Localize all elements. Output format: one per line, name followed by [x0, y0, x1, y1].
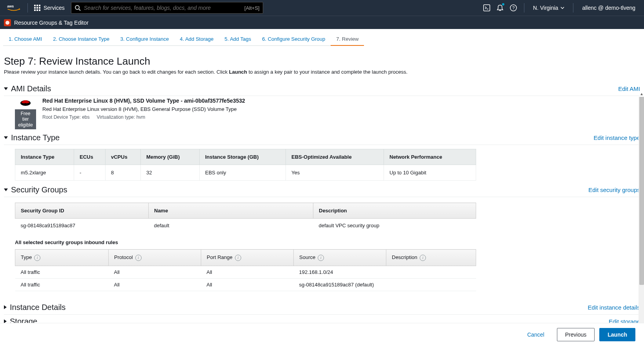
section-instance-details-title: Instance Details — [10, 303, 65, 312]
edit-ami-link[interactable]: Edit AMI — [618, 85, 640, 92]
wizard-steps: 1. Choose AMI 2. Choose Instance Type 3.… — [0, 29, 644, 46]
service-subnav: Resource Groups & Tag Editor — [0, 16, 644, 29]
svg-line-2 — [79, 9, 80, 11]
region-selector[interactable]: N. Virginia — [528, 0, 569, 16]
table-row: All trafficAllAll192.168.1.0/24 — [15, 266, 476, 278]
inbound-rules-table: Typei Protocoli Port Rangei Sourcei Desc… — [15, 249, 476, 291]
svg-point-7 — [5, 21, 9, 25]
svg-text:?: ? — [512, 5, 515, 10]
search-shortcut: [Alt+S] — [244, 5, 260, 11]
section-instance-type-head[interactable]: Instance Type Edit instance type — [4, 131, 640, 145]
free-tier-badge: Free tiereligible — [15, 109, 36, 129]
svg-text:aws: aws — [7, 4, 14, 8]
table-row: m5.2xlarge - 8 32 EBS only Yes Up to 10 … — [15, 165, 476, 181]
chevron-down-icon — [560, 7, 564, 9]
info-icon[interactable]: i — [420, 255, 426, 261]
section-instance-type-title: Instance Type — [11, 133, 60, 142]
edit-instance-type-link[interactable]: Edit instance type — [594, 134, 640, 141]
ami-root-device: Root Device Type: ebs — [42, 114, 90, 120]
cancel-button[interactable]: Cancel — [519, 328, 552, 341]
step-7[interactable]: 7. Review — [331, 33, 364, 46]
section-instance-details-head[interactable]: Instance Details Edit instance details — [4, 301, 640, 314]
step-3[interactable]: 3. Configure Instance — [115, 33, 175, 46]
caret-down-icon — [4, 87, 8, 90]
info-icon[interactable]: i — [318, 255, 324, 261]
step-5[interactable]: 5. Add Tags — [219, 33, 257, 46]
page-description: Please review your instance launch detai… — [4, 69, 640, 75]
cloudshell-icon[interactable] — [480, 0, 493, 16]
ami-details-block: Free tiereligible Red Hat Enterprise Lin… — [4, 96, 640, 131]
edit-instance-details-link[interactable]: Edit instance details — [588, 304, 640, 311]
global-search[interactable]: [Alt+S] — [71, 2, 263, 14]
step-2[interactable]: 2. Choose Instance Type — [47, 33, 115, 46]
info-icon[interactable]: i — [34, 255, 40, 261]
security-group-table: Security Group ID Name Description sg-08… — [15, 203, 476, 232]
caret-down-icon — [4, 188, 8, 191]
notifications-icon[interactable] — [493, 0, 507, 16]
caret-down-icon — [4, 136, 8, 139]
step-6[interactable]: 6. Configure Security Group — [257, 33, 331, 46]
help-icon[interactable]: ? — [507, 0, 520, 16]
ami-title: Red Hat Enterprise Linux 8 (HVM), SSD Vo… — [42, 98, 245, 104]
info-icon[interactable]: i — [235, 255, 241, 261]
services-label: Services — [44, 5, 65, 11]
scroll-up-icon[interactable]: ▲ — [639, 91, 644, 97]
scroll-thumb[interactable] — [639, 97, 644, 285]
wizard-footer: Cancel Previous Launch — [0, 323, 644, 346]
aws-logo[interactable]: aws — [7, 4, 20, 12]
info-icon[interactable]: i — [135, 255, 142, 261]
service-icon — [4, 19, 11, 26]
account-menu[interactable]: allenc @ demo-tlveng — [577, 0, 640, 16]
search-icon — [75, 5, 81, 11]
page-title: Step 7: Review Instance Launch — [4, 55, 640, 67]
step-1[interactable]: 1. Choose AMI — [3, 33, 47, 46]
caret-right-icon — [4, 305, 7, 309]
scrollbar[interactable]: ▲ ▼ — [639, 97, 644, 340]
section-security-title: Security Groups — [11, 185, 67, 194]
instance-type-table: Instance Type ECUs vCPUs Memory (GiB) In… — [15, 149, 476, 181]
step-4[interactable]: 4. Add Storage — [174, 33, 219, 46]
section-ami-head[interactable]: AMI Details Edit AMI — [4, 82, 640, 96]
edit-security-link[interactable]: Edit security groups — [588, 187, 640, 193]
section-security-head[interactable]: Security Groups Edit security groups — [4, 183, 640, 197]
svg-point-1 — [75, 5, 79, 9]
ami-virt-type: Virtualization type: hvm — [97, 114, 146, 120]
ami-subtitle: Red Hat Enterprise Linux version 8 (HVM)… — [42, 106, 245, 112]
inbound-rules-label: All selected security groups inbound rul… — [15, 239, 640, 245]
redhat-icon — [18, 98, 33, 107]
table-row: All trafficAllAllsg-08148ca915189ac87 (d… — [15, 278, 476, 291]
top-nav: aws Services [Alt+S] ? N. Virginia allen… — [0, 0, 644, 16]
table-row: sg-08148ca915189ac87 default default VPC… — [15, 219, 476, 233]
notification-dot — [502, 3, 504, 5]
launch-button[interactable]: Launch — [599, 328, 635, 341]
section-ami-title: AMI Details — [11, 84, 51, 93]
grid-icon — [34, 5, 40, 11]
previous-button[interactable]: Previous — [557, 328, 595, 341]
services-menu[interactable]: Services — [32, 5, 67, 11]
content-area: Step 7: Review Instance Launch Please re… — [0, 46, 644, 346]
search-input[interactable] — [84, 5, 241, 11]
service-title[interactable]: Resource Groups & Tag Editor — [14, 20, 89, 26]
